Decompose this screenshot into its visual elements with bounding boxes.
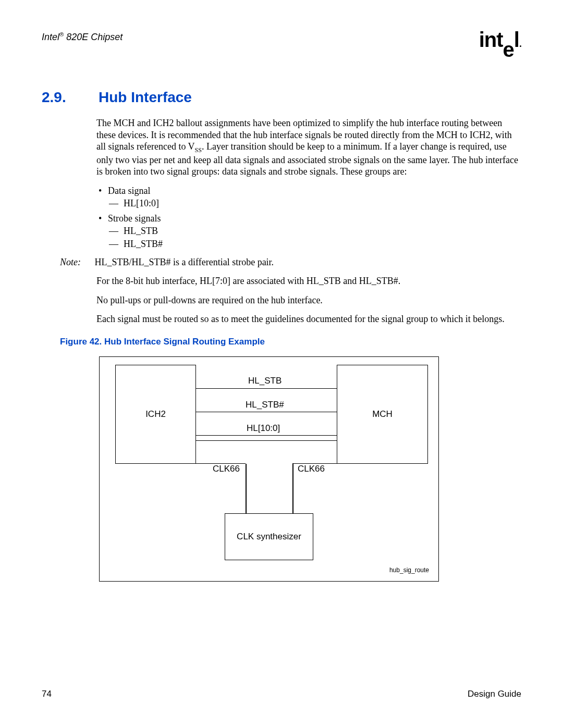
hl-stb-label: HL_STB	[248, 376, 282, 386]
note-label: Note:	[60, 257, 92, 268]
note-row: Note: HL_STB/HL_STB# is a differential s…	[60, 257, 521, 268]
section-heading: 2.9. Hub Interface	[42, 89, 521, 106]
pulls-paragraph: No pull-ups or pull-downs are required o…	[96, 294, 521, 306]
clk66-right-line	[292, 464, 293, 513]
page-number: 74	[42, 689, 52, 699]
doc-title-prefix: Intel	[42, 32, 59, 42]
assoc-paragraph: For the 8-bit hub interface, HL[7:0] are…	[96, 275, 521, 287]
list-item: HL_STB#	[124, 238, 521, 250]
strobe-signals-sublist: HL_STB HL_STB#	[108, 225, 521, 250]
hl-bus-line-top	[196, 435, 337, 436]
clk66-left-label: CLK66	[213, 464, 240, 474]
hl-stbn-line	[196, 412, 337, 413]
hl-stb-line	[196, 388, 337, 389]
signal-groups-list: Data signal HL[10:0] Strobe signals HL_S…	[96, 185, 521, 250]
hl-bus-label: HL[10:0]	[247, 423, 280, 434]
clk-synthesizer-box: CLK synthesizer	[225, 513, 313, 560]
data-signal-label: Data signal	[108, 186, 150, 196]
intel-logo: intel.	[479, 31, 521, 53]
hl-bus-line-bot	[196, 440, 337, 441]
guide-paragraph: Each signal must be routed so as to meet…	[96, 313, 521, 325]
hl-stbn-label: HL_STB#	[246, 400, 284, 410]
figure-reference: hub_sig_route	[389, 566, 429, 574]
page-header: Intel® 820E Chipset intel.	[42, 31, 521, 53]
logo-dot: .	[519, 39, 521, 49]
section-title: Hub Interface	[99, 89, 192, 105]
list-item: Strobe signals HL_STB HL_STB#	[108, 213, 521, 250]
list-item: HL[10:0]	[124, 198, 521, 209]
note-text: HL_STB/HL_STB# is a differential strobe …	[95, 257, 274, 267]
ich2-box: ICH2	[115, 365, 196, 464]
doc-title-suffix: 820E Chipset	[64, 32, 123, 42]
page-footer: 74 Design Guide	[42, 689, 521, 699]
list-item: HL_STB	[124, 225, 521, 237]
clk66-left-line	[246, 464, 247, 513]
doc-title: Intel® 820E Chipset	[42, 31, 123, 43]
registered-mark: ®	[59, 31, 64, 38]
figure-caption: Figure 42. Hub Interface Signal Routing …	[60, 337, 521, 347]
vss-subscript: SS	[195, 146, 202, 154]
section-number: 2.9.	[42, 89, 96, 106]
body-content: The MCH and ICH2 ballout assignments hav…	[96, 117, 521, 250]
intro-paragraph: The MCH and ICH2 ballout assignments hav…	[96, 117, 521, 178]
body-content-2: For the 8-bit hub interface, HL[7:0] are…	[96, 275, 521, 325]
data-signal-sublist: HL[10:0]	[108, 198, 521, 209]
mch-box: MCH	[337, 365, 428, 464]
hub-interface-diagram: ICH2 MCH CLK synthesizer HL_STB HL_STB# …	[99, 356, 439, 582]
list-item: Data signal HL[10:0]	[108, 185, 521, 209]
strobe-signals-label: Strobe signals	[108, 213, 161, 224]
page: Intel® 820E Chipset intel. 2.9. Hub Inte…	[0, 0, 563, 728]
design-guide-label: Design Guide	[468, 689, 521, 699]
clk66-right-label: CLK66	[298, 464, 325, 474]
